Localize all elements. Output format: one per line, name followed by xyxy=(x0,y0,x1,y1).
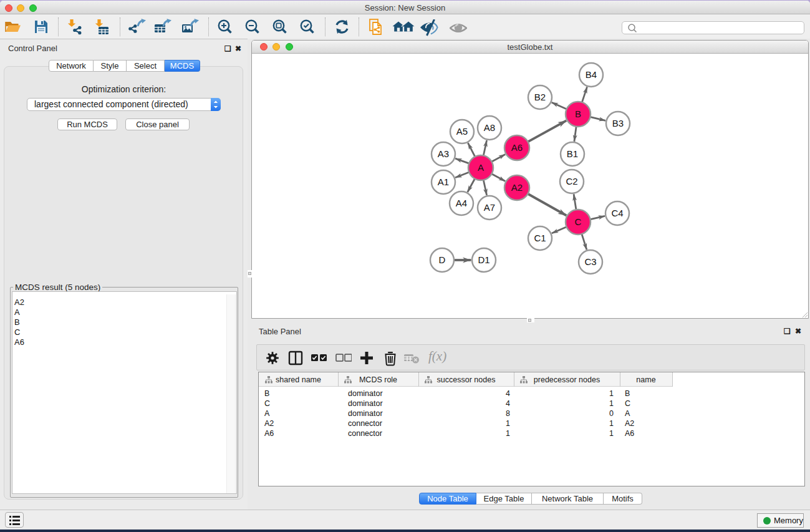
svg-text:A2: A2 xyxy=(511,182,523,193)
svg-text:A7: A7 xyxy=(484,202,495,213)
svg-text:B: B xyxy=(575,109,581,119)
svg-text:B4: B4 xyxy=(586,69,597,80)
svg-text:D1: D1 xyxy=(478,254,489,265)
svg-text:A1: A1 xyxy=(438,177,449,187)
svg-text:A3: A3 xyxy=(438,148,449,159)
svg-text:B1: B1 xyxy=(567,148,578,159)
svg-text:D: D xyxy=(439,254,446,265)
svg-text:A5: A5 xyxy=(456,126,468,137)
svg-text:C: C xyxy=(575,216,582,227)
svg-text:A4: A4 xyxy=(456,198,467,208)
svg-text:B2: B2 xyxy=(534,92,546,102)
svg-text:C2: C2 xyxy=(566,176,577,186)
svg-text:A: A xyxy=(478,162,484,173)
svg-text:C1: C1 xyxy=(534,233,546,243)
svg-text:A6: A6 xyxy=(511,142,523,153)
svg-text:B3: B3 xyxy=(612,118,624,128)
svg-text:C4: C4 xyxy=(611,208,623,218)
svg-text:C3: C3 xyxy=(584,256,596,267)
svg-text:A8: A8 xyxy=(484,122,495,133)
